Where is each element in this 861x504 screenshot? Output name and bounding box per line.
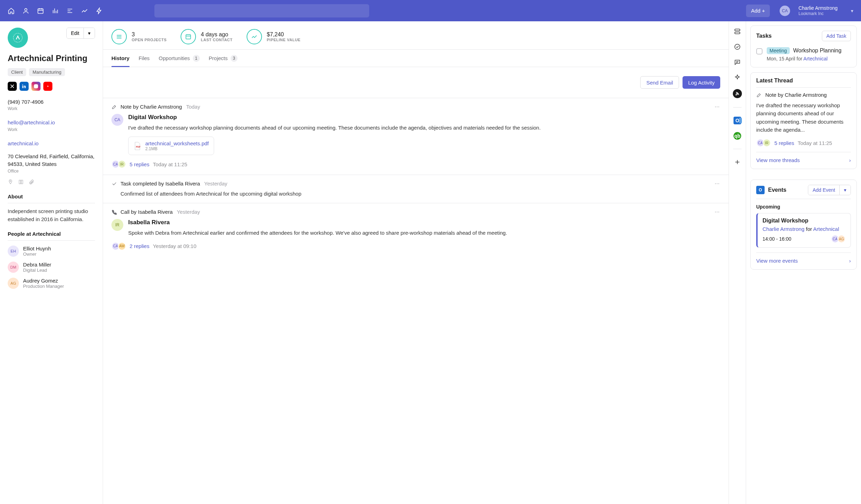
outlook-icon[interactable]: O: [734, 117, 741, 124]
feed-menu-icon[interactable]: ⋯: [715, 181, 720, 187]
feed-item-call: Call by Isabella Rivera Yesterday ⋯ IR I…: [103, 203, 729, 256]
youtube-icon[interactable]: [43, 82, 52, 91]
feed-menu-icon[interactable]: ⋯: [715, 209, 720, 215]
event-name: Digital Workshop: [763, 218, 846, 224]
feed-item-note: Note by Charlie Armstrong Today ⋯ CA Dig…: [103, 98, 729, 175]
edit-split-button[interactable]: Edit ▾: [66, 28, 95, 39]
pin-icon[interactable]: [8, 179, 13, 186]
stat-pipeline: $7,240PIPELINE VALUE: [247, 29, 301, 44]
svg-rect-12: [735, 32, 740, 34]
svg-point-2: [13, 33, 22, 42]
org-phone: (949) 707-4906: [8, 98, 95, 105]
thread-replies-link[interactable]: 5 replies: [774, 140, 794, 146]
tab-files[interactable]: Files: [139, 50, 150, 67]
svg-point-4: [22, 85, 23, 85]
person-row[interactable]: AG Audrey Gomez Production Manager: [8, 278, 95, 289]
feed-icon[interactable]: [733, 89, 742, 98]
svg-rect-1: [38, 9, 43, 13]
attachment[interactable]: PDF artechnical_worksheets.pdf 2.1MB: [128, 137, 214, 155]
replies-link[interactable]: 2 replies: [130, 243, 149, 249]
tab-opportunities[interactable]: Opportunities1: [159, 50, 199, 67]
feed-header: Call by Isabella Rivera: [121, 209, 173, 215]
edit-dropdown[interactable]: ▾: [84, 28, 95, 38]
bars-icon[interactable]: [52, 7, 59, 14]
linkedin-icon[interactable]: [20, 82, 29, 91]
chevron-right-icon: ›: [849, 157, 851, 163]
svg-point-7: [37, 85, 37, 85]
opportunities-count: 1: [193, 55, 200, 62]
event-org-link[interactable]: Artechnical: [813, 226, 839, 232]
user-avatar[interactable]: CA: [780, 6, 790, 16]
task-name[interactable]: Workshop Planning: [793, 48, 841, 53]
check-icon: [111, 181, 117, 187]
task-org-link[interactable]: Artechnical: [803, 56, 827, 61]
event-person-link[interactable]: Charlie Armstrong: [763, 226, 804, 232]
tag-client[interactable]: Client: [8, 68, 26, 76]
pdf-icon: PDF: [133, 141, 141, 151]
log-activity-button[interactable]: Log Activity: [683, 76, 720, 89]
add-task-button[interactable]: Add Task: [822, 31, 851, 41]
org-sidebar: Edit ▾ Artechnical Printing Client Manuf…: [0, 21, 103, 504]
person-name: Debra Miller: [23, 262, 51, 268]
meeting-chip: Meeting: [767, 47, 790, 54]
chevron-right-icon: ›: [849, 258, 851, 264]
send-email-button[interactable]: Send Email: [640, 76, 679, 89]
upcoming-label: Upcoming: [756, 204, 851, 210]
thread-card: Latest Thread Note by Charlie Armstrong …: [750, 72, 857, 169]
stat-value: 4 days ago: [201, 31, 233, 38]
feed-time: Yesterday: [177, 209, 200, 215]
add-button[interactable]: Add +: [746, 5, 770, 17]
person-avatar: EH: [8, 246, 19, 257]
add-event-dropdown[interactable]: ▾: [840, 185, 851, 195]
org-email-label: Work: [8, 127, 95, 132]
view-more-events[interactable]: View more events›: [756, 258, 851, 264]
feed-menu-icon[interactable]: ⋯: [715, 104, 720, 110]
org-phone-label: Work: [8, 106, 95, 111]
top-nav: Add + CA Charlie Armstrong Lookmark Inc …: [0, 0, 861, 21]
tab-history[interactable]: History: [111, 50, 130, 67]
plus-icon[interactable]: [734, 158, 741, 166]
replies-link[interactable]: 5 replies: [130, 161, 149, 167]
bolt-icon[interactable]: [96, 7, 103, 14]
sparkle-icon[interactable]: [734, 74, 741, 81]
add-event-button[interactable]: Add Event: [808, 185, 839, 195]
task-checkbox[interactable]: [756, 48, 763, 54]
person-name: Elliot Huynh: [23, 246, 51, 251]
instagram-icon[interactable]: [31, 82, 41, 91]
user-org: Lookmark Inc: [798, 11, 838, 16]
event-item[interactable]: Digital Workshop Charlie Armstrong for A…: [756, 213, 851, 248]
author-avatar: IR: [111, 219, 123, 231]
user-menu[interactable]: Charlie Armstrong Lookmark Inc: [798, 5, 838, 16]
person-icon[interactable]: [22, 7, 29, 14]
x-icon[interactable]: [8, 82, 17, 91]
home-icon[interactable]: [8, 7, 15, 14]
view-more-threads[interactable]: View more threads›: [756, 157, 851, 163]
person-row[interactable]: EH Elliot Huynh Owner: [8, 246, 95, 257]
add-event-split[interactable]: Add Event ▾: [808, 185, 851, 195]
edit-button[interactable]: Edit: [67, 28, 83, 38]
person-row[interactable]: DM Debra Miller Digital Lead: [8, 262, 95, 273]
org-logo: [8, 28, 28, 48]
tab-projects[interactable]: Projects3: [209, 50, 238, 67]
chevron-down-icon[interactable]: ▾: [851, 8, 853, 14]
org-address-line1: 70 Cleveland Rd, Fairfield, California,: [8, 153, 95, 160]
layout-icon[interactable]: [734, 28, 741, 35]
projects-icon: [111, 29, 127, 44]
quickbooks-icon[interactable]: qb: [734, 132, 741, 140]
book-icon[interactable]: [18, 179, 24, 186]
trend-icon[interactable]: [81, 7, 88, 14]
org-name: Artechnical Printing: [8, 53, 95, 63]
svg-point-6: [35, 86, 37, 87]
list-icon[interactable]: [66, 7, 73, 14]
phone-icon: [111, 209, 117, 215]
message-icon[interactable]: [734, 58, 741, 66]
check-circle-icon[interactable]: [734, 43, 741, 51]
org-email[interactable]: hello@artechnical.io: [8, 119, 55, 125]
attachment-icon[interactable]: [29, 179, 34, 186]
svg-rect-9: [186, 35, 190, 39]
search-input[interactable]: [154, 4, 369, 17]
tasks-card: Tasks Add Task Meeting Workshop Planning…: [750, 25, 857, 67]
org-website[interactable]: artechnical.io: [8, 140, 38, 146]
tag-manufacturing[interactable]: Manufacturing: [29, 68, 65, 76]
calendar-icon[interactable]: [37, 7, 44, 14]
